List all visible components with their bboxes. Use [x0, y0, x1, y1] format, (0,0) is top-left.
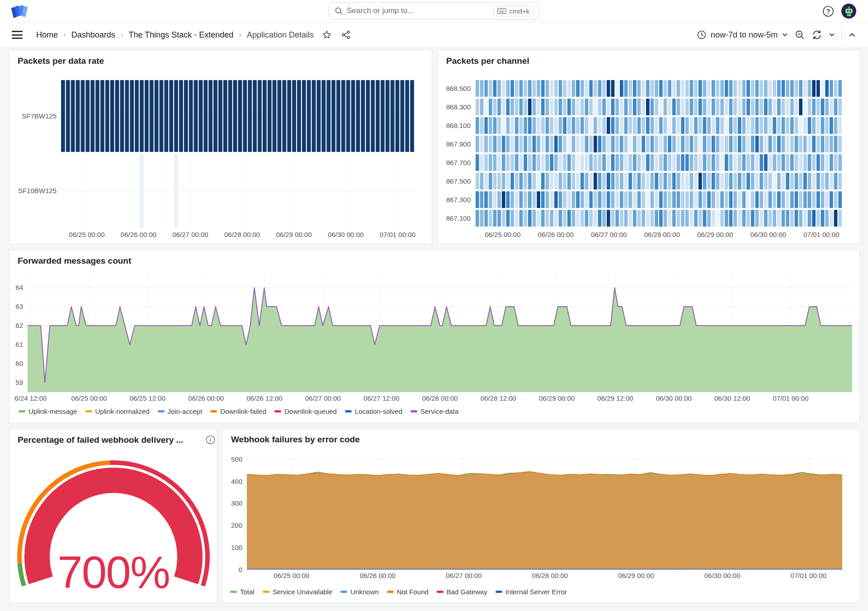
info-icon[interactable]: [205, 435, 216, 445]
heatmap-cell: [506, 191, 510, 208]
search-input[interactable]: [347, 6, 489, 15]
heatmap-cell: [559, 191, 562, 208]
heatmap-cell: [238, 80, 242, 152]
zoom-out-icon[interactable]: [794, 29, 805, 40]
heatmap-cell: [489, 154, 492, 171]
heatmap-cell: [760, 136, 763, 152]
chevron-up-icon[interactable]: [848, 31, 856, 39]
heatmap-cell: [830, 191, 833, 208]
panel-title[interactable]: Packets per data rate: [18, 56, 104, 66]
panel-title[interactable]: Forwarded messages count: [18, 256, 131, 266]
breadcrumb-dashboard-name[interactable]: The Things Stack - Extended: [128, 30, 233, 40]
heatmap-cell: [537, 80, 540, 97]
refresh-icon[interactable]: [811, 29, 822, 40]
breadcrumb-dashboards[interactable]: Dashboards: [71, 30, 115, 40]
hamburger-icon[interactable]: [12, 31, 23, 39]
grafana-logo[interactable]: [12, 4, 27, 19]
legend-item[interactable]: Location-solved: [345, 407, 402, 415]
heatmap-cell: [533, 154, 536, 171]
heatmap-cell: [533, 80, 536, 97]
heatmap-cell: [550, 117, 553, 134]
heatmap-cell: [795, 191, 798, 208]
share-icon[interactable]: [341, 30, 351, 40]
legend-label: Bad Gateway: [447, 588, 487, 596]
heatmap-cell: [830, 136, 833, 152]
legend-item[interactable]: Total: [230, 588, 255, 596]
heatmap-cell: [672, 210, 676, 227]
heatmap-cell: [497, 99, 501, 115]
heatmap-cell: [668, 154, 671, 171]
heatmap-cell: [698, 191, 702, 208]
x-tick-label: 06/30 00:00: [750, 231, 786, 238]
heatmap-cell: [140, 80, 144, 152]
y-tick-label: 60: [15, 360, 23, 367]
heatmap-cell: [681, 80, 684, 97]
y-tick-label: 200: [231, 521, 242, 529]
heatmap-cell: [598, 154, 602, 171]
heatmap-cell: [690, 80, 693, 97]
heatmap-cell: [720, 80, 724, 97]
heatmap-cell: [493, 191, 497, 208]
heatmap-cell: [550, 80, 553, 97]
legend-item[interactable]: Not Found: [387, 588, 429, 596]
heatmap-cell: [651, 80, 654, 97]
x-tick-label: 06/26 12:00: [246, 394, 282, 402]
heatmap-cell: [799, 173, 802, 189]
legend-item[interactable]: Internal Server Error: [495, 588, 567, 596]
breadcrumb-home[interactable]: Home: [36, 30, 58, 40]
legend-item[interactable]: Join-accept: [158, 407, 203, 415]
user-avatar[interactable]: [841, 4, 856, 19]
heatmap-cell: [633, 173, 637, 189]
heatmap-cell: [659, 210, 663, 227]
heatmap-cell: [720, 210, 724, 227]
legend-item[interactable]: Uplink-normalized: [85, 407, 150, 415]
heatmap-cell: [703, 136, 707, 152]
search-box[interactable]: cmd+k: [329, 2, 539, 19]
heatmap-cell: [563, 173, 566, 189]
heatmap-cell: [533, 117, 536, 134]
heatmap-cell: [497, 210, 501, 227]
heatmap-cell: [838, 210, 842, 227]
legend-item[interactable]: Uplink-message: [19, 407, 77, 415]
legend-item[interactable]: Service-data: [410, 407, 458, 415]
heatmap-cell: [559, 173, 562, 189]
panel-title[interactable]: Webhook failures by error code: [231, 435, 360, 445]
heatmap-cell: [169, 80, 173, 152]
refresh-interval-dropdown[interactable]: [829, 32, 835, 38]
heatmap-cell: [694, 136, 698, 152]
heatmap-cell: [76, 80, 80, 152]
heatmap-cell: [628, 173, 632, 189]
x-tick-label: 06/28 00:00: [224, 231, 260, 238]
panel-title[interactable]: Packets per channel: [446, 56, 529, 66]
heatmap-cell: [546, 136, 549, 152]
legend-item[interactable]: Bad Gateway: [437, 588, 487, 596]
heatmap-cell: [821, 173, 825, 189]
heatmap-cell: [821, 117, 825, 134]
heatmap-cell: [764, 210, 768, 227]
legend-item[interactable]: Unknown: [340, 588, 379, 596]
heatmap-cell: [550, 154, 553, 171]
heatmap-cell: [725, 99, 728, 115]
heatmap-cell: [738, 117, 741, 134]
heatmap-cell: [834, 210, 838, 227]
heatmap-cell: [808, 173, 811, 189]
star-icon[interactable]: [322, 30, 332, 40]
heatmap-cell: [764, 173, 768, 189]
heatmap-cell: [746, 117, 750, 134]
heatmap-cell: [834, 154, 838, 171]
heatmap-cell: [519, 210, 523, 227]
help-icon[interactable]: ?: [822, 5, 834, 17]
legend-item[interactable]: Downlink-queued: [274, 407, 337, 415]
panel-title[interactable]: Percentage of failed webhook delivery ..…: [18, 435, 216, 445]
heatmap-cell: [725, 136, 728, 152]
legend-label: Internal Server Error: [505, 588, 567, 596]
heatmap-cell: [268, 80, 272, 152]
legend-item[interactable]: Downlink-failed: [210, 407, 266, 415]
x-tick-label: 06/30 12:00: [714, 394, 750, 402]
heatmap-cell: [672, 117, 676, 134]
legend-item[interactable]: Service Unavailable: [263, 588, 333, 596]
heatmap-cell: [681, 99, 684, 115]
x-tick-label: 06/28 00:00: [422, 394, 458, 402]
heatmap-cell: [651, 136, 654, 152]
time-range-picker[interactable]: now-7d to now-5m: [697, 30, 788, 40]
